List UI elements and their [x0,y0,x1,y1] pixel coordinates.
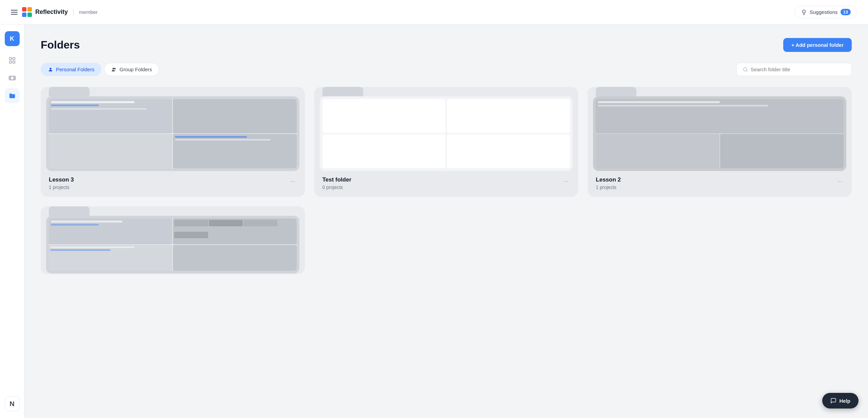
svg-point-16 [50,68,51,69]
tab-personal-folders[interactable]: Personal Folders [41,63,101,76]
suggestions-count: 13 [841,9,851,15]
preview-cell-2 [447,99,570,133]
add-folder-button[interactable]: + Add personal folder [783,38,852,52]
tab-group-label: Group Folders [119,66,152,72]
svg-point-18 [114,68,116,70]
sidebar-item-notion[interactable]: N [5,396,20,411]
folder-count: 1 projects [49,185,74,190]
folder-menu-button[interactable]: ··· [836,176,844,186]
search-box [736,63,852,76]
svg-point-17 [113,68,114,70]
folder-details: Test folder 0 projects [322,176,352,190]
lightbulb-icon [801,9,807,15]
folder-card-lesson2[interactable]: Lesson 2 1 projects ··· [588,87,852,197]
preview-cell-4 [447,134,570,168]
app-name: Reflectivity [35,8,68,16]
topbar-left: Reflectivity member [11,7,98,18]
svg-rect-7 [9,61,11,63]
svg-point-19 [744,68,747,71]
search-input[interactable] [751,66,845,72]
help-label: Help [839,398,850,404]
page-header: Folders + Add personal folder [41,38,852,52]
svg-rect-8 [13,61,15,63]
sidebar-item-film[interactable] [5,71,20,86]
film-icon [8,74,16,82]
page-title: Folders [41,39,80,51]
folder-tab [322,87,363,96]
folder-preview [593,96,846,171]
folder-name: Test folder [322,176,352,183]
svg-rect-5 [9,58,11,60]
main-content: Folders + Add personal folder Personal F… [24,24,868,418]
folder-info: Lesson 3 1 projects ··· [41,171,305,197]
filter-row: Personal Folders Group Folders [41,63,852,76]
avatar[interactable]: K [5,31,20,46]
preview-cell-3 [322,134,446,168]
svg-rect-6 [13,58,15,60]
svg-line-20 [746,70,747,71]
sidebar-item-folders[interactable] [5,88,20,103]
svg-rect-0 [22,7,26,12]
suggestions-label: Suggestions [810,9,838,15]
menu-button[interactable] [11,10,18,15]
logo-icon [22,7,33,18]
search-icon [743,67,748,72]
chat-icon [830,398,836,404]
folder-menu-button[interactable]: ··· [289,176,297,186]
preview-grid [320,96,573,171]
svg-rect-3 [27,13,32,17]
divider [73,9,74,16]
person-icon [48,67,53,72]
suggestions-button[interactable]: Suggestions 13 [794,6,857,18]
folder-tab [49,87,90,96]
folder-preview [46,216,299,273]
sidebar-item-dashboard[interactable] [5,53,20,68]
folder-info: Lesson 2 1 projects ··· [588,171,852,197]
group-icon [111,67,117,72]
app-role: member [79,9,98,15]
folder-card-lesson1[interactable] [41,206,305,274]
folder-menu-button[interactable]: ··· [562,176,570,186]
folder-tab [49,206,90,216]
folder-name: Lesson 3 [49,176,74,183]
folder-tab [596,87,636,96]
folder-grid: Lesson 3 1 projects ··· [41,87,852,274]
sidebar: K N [0,24,24,418]
logo: Reflectivity [22,7,68,18]
preview-cell-1 [322,99,446,133]
folder-card-test[interactable]: Test folder 0 projects ··· [314,87,578,197]
svg-rect-9 [9,76,15,80]
dashboard-icon [8,57,16,64]
folder-count: 1 projects [596,185,621,190]
layout: K N [0,24,868,418]
folder-name: Lesson 2 [596,176,621,183]
topbar: Reflectivity member Suggestions 13 [0,0,868,24]
tab-group: Personal Folders Group Folders [41,63,159,76]
folder-preview [320,96,573,171]
folder-info: Test folder 0 projects ··· [314,171,578,197]
folder-count: 0 projects [322,185,352,190]
folder-details: Lesson 3 1 projects [49,176,74,190]
svg-rect-2 [22,13,26,17]
folder-details: Lesson 2 1 projects [596,176,621,190]
help-button[interactable]: Help [822,393,859,408]
folder-preview [46,96,299,171]
folder-card-lesson3[interactable]: Lesson 3 1 projects ··· [41,87,305,197]
tab-personal-label: Personal Folders [56,66,94,72]
svg-rect-1 [27,7,32,12]
tab-group-folders[interactable]: Group Folders [104,63,159,76]
folder-icon [8,92,16,99]
